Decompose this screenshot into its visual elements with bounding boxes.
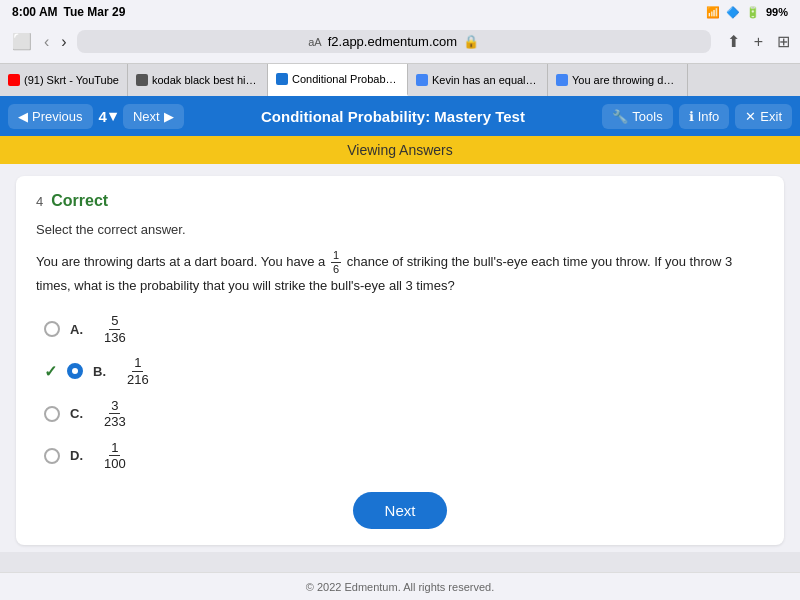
prev-arrow-icon: ◀ [18,109,28,124]
fraction-numerator: 1 [331,249,341,263]
viewing-answers-text: Viewing Answers [347,142,453,158]
info-button[interactable]: ℹ Info [679,104,730,129]
option-d-den: 100 [102,456,128,472]
next-arrow-icon: ▶ [164,109,174,124]
tab-youtube[interactable]: (91) Skrt - YouTube [0,64,128,96]
footer: © 2022 Edmentum. All rights reserved. [0,572,800,600]
tab-favicon-kevin [416,74,428,86]
tab-kevin[interactable]: Kevin has an equal num... [408,64,548,96]
option-b-num: 1 [132,355,143,372]
fraction-inline: 1 6 [331,249,341,276]
tab-label-darts: You are throwing darts... [572,74,679,86]
option-value-a: 5 136 [102,313,128,345]
tools-button[interactable]: 🔧 Tools [602,104,672,129]
share-btn[interactable]: ⬆ [727,32,740,51]
question-header: 4 Correct [36,192,764,210]
sidebar-toggle-btn[interactable]: ⬜ [10,32,34,51]
tab-darts[interactable]: You are throwing darts... [548,64,688,96]
toolbar-right: 🔧 Tools ℹ Info ✕ Exit [602,104,792,129]
tabs-btn[interactable]: ⊞ [777,32,790,51]
browser-actions: ⬆ + ⊞ [727,32,790,51]
exit-label: Exit [760,109,782,124]
prev-label: Previous [32,109,83,124]
tab-kodak[interactable]: kodak black best hits -... [128,64,268,96]
footer-text: © 2022 Edmentum. All rights reserved. [306,581,494,593]
tab-favicon-youtube [8,74,20,86]
option-c-den: 233 [102,414,128,430]
option-b-den: 216 [125,372,151,388]
option-value-c: 3 233 [102,398,128,430]
tools-icon: 🔧 [612,109,628,124]
tabs-row: (91) Skrt - YouTube kodak black best hit… [0,64,800,96]
exit-button[interactable]: ✕ Exit [735,104,792,129]
select-instruction: Select the correct answer. [36,222,764,237]
checkmark-icon: ✓ [44,362,57,381]
new-tab-btn[interactable]: + [754,33,763,51]
tab-favicon-kodak [136,74,148,86]
fraction-denominator: 6 [331,263,341,276]
status-left: 8:00 AM Tue Mar 29 [12,5,125,19]
info-label: Info [698,109,720,124]
address-bar[interactable]: aA f2.app.edmentum.com 🔒 [77,30,711,53]
main-content: 4 Correct Select the correct answer. You… [0,164,800,552]
tab-label-youtube: (91) Skrt - YouTube [24,74,119,86]
next-label: Next [133,109,160,124]
options-list: A. 5 136 ✓ B. 1 216 C. [44,313,764,472]
tab-label-kevin: Kevin has an equal num... [432,74,539,86]
option-label-a: A. [70,322,90,337]
tab-label-conditional: Conditional Probability:... [292,73,399,85]
font-size-aa: aA [308,36,321,48]
exit-icon: ✕ [745,109,756,124]
correct-label: Correct [51,192,108,210]
option-item-c[interactable]: C. 3 233 [44,398,764,430]
info-icon: ℹ [689,109,694,124]
tab-favicon-conditional [276,73,288,85]
tab-label-kodak: kodak black best hits -... [152,74,259,86]
option-value-b: 1 216 [125,355,151,387]
status-right: 📶 🔷 🔋 99% [706,6,788,19]
back-btn[interactable]: ‹ [42,33,51,51]
next-btn-container: Next [36,492,764,529]
app-toolbar: ◀ Previous 4 ▾ Next ▶ Conditional Probab… [0,96,800,136]
tools-label: Tools [632,109,662,124]
tab-favicon-darts [556,74,568,86]
lock-icon: 🔒 [463,34,479,49]
option-item-a[interactable]: A. 5 136 [44,313,764,345]
battery-percent: 99% [766,6,788,18]
tab-conditional[interactable]: Conditional Probability:... [268,64,408,96]
url-text: f2.app.edmentum.com [328,34,457,49]
browser-chrome: ⬜ ‹ › aA f2.app.edmentum.com 🔒 ⬆ + ⊞ [0,24,800,64]
option-a-den: 136 [102,330,128,346]
option-item-d[interactable]: D. 1 100 [44,440,764,472]
forward-btn[interactable]: › [59,33,68,51]
question-text: You are throwing darts at a dart board. … [36,249,764,297]
next-button[interactable]: Next [353,492,448,529]
option-radio-c[interactable] [44,406,60,422]
option-item-b[interactable]: ✓ B. 1 216 [44,355,764,387]
wifi-icon: 📶 [706,6,720,19]
status-bar: 8:00 AM Tue Mar 29 📶 🔷 🔋 99% [0,0,800,24]
bluetooth-icon: 🔷 [726,6,740,19]
question-text-before: You are throwing darts at a dart board. … [36,254,325,269]
viewing-answers-banner: Viewing Answers [0,136,800,164]
option-d-num: 1 [109,440,120,457]
question-num-value: 4 [99,108,107,125]
option-radio-d[interactable] [44,448,60,464]
option-a-num: 5 [109,313,120,330]
prev-button[interactable]: ◀ Previous [8,104,93,129]
option-radio-a[interactable] [44,321,60,337]
option-label-d: D. [70,448,90,463]
toolbar-title: Conditional Probability: Mastery Test [184,108,603,125]
option-value-d: 1 100 [102,440,128,472]
option-c-num: 3 [109,398,120,415]
option-radio-b[interactable] [67,363,83,379]
next-nav-button[interactable]: Next ▶ [123,104,184,129]
chevron-down-icon: ▾ [109,107,117,125]
browser-nav-row: ⬜ ‹ › aA f2.app.edmentum.com 🔒 ⬆ + ⊞ [10,30,790,53]
status-day: Tue Mar 29 [64,5,126,19]
battery-icon: 🔋 [746,6,760,19]
question-num-selector[interactable]: 4 ▾ [99,107,117,125]
option-label-c: C. [70,406,90,421]
question-card: 4 Correct Select the correct answer. You… [16,176,784,545]
question-num: 4 [36,194,43,209]
